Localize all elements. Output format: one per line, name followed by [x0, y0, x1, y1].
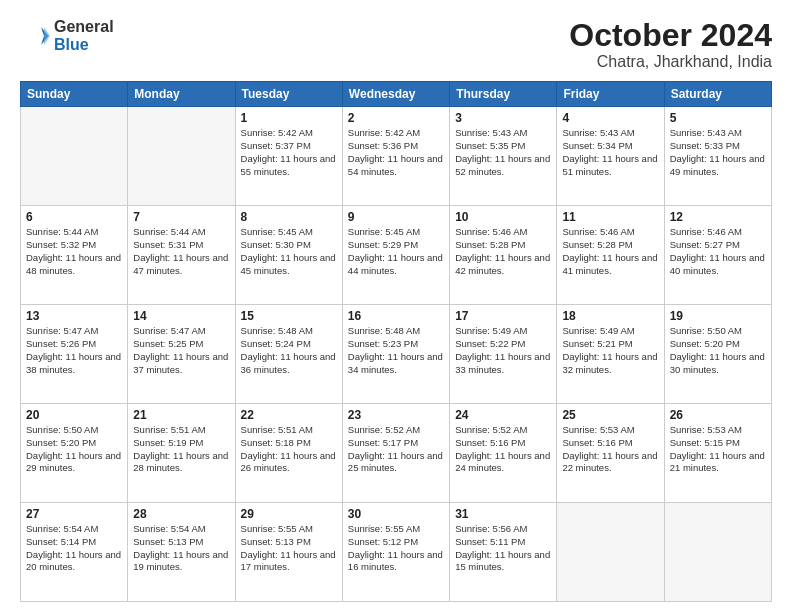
day-number: 24	[455, 408, 551, 422]
day-info: Sunrise: 5:46 AM Sunset: 5:28 PM Dayligh…	[455, 226, 551, 277]
col-thursday: Thursday	[450, 82, 557, 107]
calendar-body: 1Sunrise: 5:42 AM Sunset: 5:37 PM Daylig…	[21, 107, 772, 602]
subtitle: Chatra, Jharkhand, India	[569, 53, 772, 71]
calendar-table: Sunday Monday Tuesday Wednesday Thursday…	[20, 81, 772, 602]
day-info: Sunrise: 5:47 AM Sunset: 5:26 PM Dayligh…	[26, 325, 122, 376]
day-info: Sunrise: 5:42 AM Sunset: 5:36 PM Dayligh…	[348, 127, 444, 178]
calendar-cell: 2Sunrise: 5:42 AM Sunset: 5:36 PM Daylig…	[342, 107, 449, 206]
day-info: Sunrise: 5:47 AM Sunset: 5:25 PM Dayligh…	[133, 325, 229, 376]
col-saturday: Saturday	[664, 82, 771, 107]
day-number: 20	[26, 408, 122, 422]
calendar-cell	[128, 107, 235, 206]
day-info: Sunrise: 5:49 AM Sunset: 5:22 PM Dayligh…	[455, 325, 551, 376]
day-number: 29	[241, 507, 337, 521]
day-info: Sunrise: 5:50 AM Sunset: 5:20 PM Dayligh…	[670, 325, 766, 376]
day-info: Sunrise: 5:46 AM Sunset: 5:28 PM Dayligh…	[562, 226, 658, 277]
day-info: Sunrise: 5:55 AM Sunset: 5:13 PM Dayligh…	[241, 523, 337, 574]
calendar-cell: 5Sunrise: 5:43 AM Sunset: 5:33 PM Daylig…	[664, 107, 771, 206]
logo: General Blue	[20, 18, 114, 53]
col-tuesday: Tuesday	[235, 82, 342, 107]
calendar-cell: 14Sunrise: 5:47 AM Sunset: 5:25 PM Dayli…	[128, 305, 235, 404]
day-number: 1	[241, 111, 337, 125]
day-info: Sunrise: 5:54 AM Sunset: 5:13 PM Dayligh…	[133, 523, 229, 574]
calendar-cell: 28Sunrise: 5:54 AM Sunset: 5:13 PM Dayli…	[128, 503, 235, 602]
calendar-cell: 20Sunrise: 5:50 AM Sunset: 5:20 PM Dayli…	[21, 404, 128, 503]
calendar-cell: 15Sunrise: 5:48 AM Sunset: 5:24 PM Dayli…	[235, 305, 342, 404]
calendar-cell: 26Sunrise: 5:53 AM Sunset: 5:15 PM Dayli…	[664, 404, 771, 503]
day-info: Sunrise: 5:53 AM Sunset: 5:16 PM Dayligh…	[562, 424, 658, 475]
calendar-cell: 3Sunrise: 5:43 AM Sunset: 5:35 PM Daylig…	[450, 107, 557, 206]
day-info: Sunrise: 5:51 AM Sunset: 5:19 PM Dayligh…	[133, 424, 229, 475]
day-number: 2	[348, 111, 444, 125]
calendar-cell: 13Sunrise: 5:47 AM Sunset: 5:26 PM Dayli…	[21, 305, 128, 404]
day-number: 22	[241, 408, 337, 422]
logo-general: General	[54, 18, 114, 35]
day-number: 18	[562, 309, 658, 323]
day-info: Sunrise: 5:42 AM Sunset: 5:37 PM Dayligh…	[241, 127, 337, 178]
day-number: 23	[348, 408, 444, 422]
calendar-cell: 24Sunrise: 5:52 AM Sunset: 5:16 PM Dayli…	[450, 404, 557, 503]
day-number: 13	[26, 309, 122, 323]
page: General Blue October 2024 Chatra, Jharkh…	[0, 0, 792, 612]
day-info: Sunrise: 5:52 AM Sunset: 5:16 PM Dayligh…	[455, 424, 551, 475]
calendar-cell: 7Sunrise: 5:44 AM Sunset: 5:31 PM Daylig…	[128, 206, 235, 305]
calendar-cell: 10Sunrise: 5:46 AM Sunset: 5:28 PM Dayli…	[450, 206, 557, 305]
calendar-cell: 30Sunrise: 5:55 AM Sunset: 5:12 PM Dayli…	[342, 503, 449, 602]
day-number: 9	[348, 210, 444, 224]
day-info: Sunrise: 5:45 AM Sunset: 5:30 PM Dayligh…	[241, 226, 337, 277]
calendar-cell: 22Sunrise: 5:51 AM Sunset: 5:18 PM Dayli…	[235, 404, 342, 503]
calendar-cell: 4Sunrise: 5:43 AM Sunset: 5:34 PM Daylig…	[557, 107, 664, 206]
calendar-cell	[557, 503, 664, 602]
day-number: 6	[26, 210, 122, 224]
day-info: Sunrise: 5:55 AM Sunset: 5:12 PM Dayligh…	[348, 523, 444, 574]
header: General Blue October 2024 Chatra, Jharkh…	[20, 18, 772, 71]
col-wednesday: Wednesday	[342, 82, 449, 107]
col-friday: Friday	[557, 82, 664, 107]
day-number: 14	[133, 309, 229, 323]
calendar-cell: 25Sunrise: 5:53 AM Sunset: 5:16 PM Dayli…	[557, 404, 664, 503]
day-number: 12	[670, 210, 766, 224]
title-block: October 2024 Chatra, Jharkhand, India	[569, 18, 772, 71]
day-info: Sunrise: 5:53 AM Sunset: 5:15 PM Dayligh…	[670, 424, 766, 475]
day-number: 11	[562, 210, 658, 224]
day-info: Sunrise: 5:48 AM Sunset: 5:23 PM Dayligh…	[348, 325, 444, 376]
day-info: Sunrise: 5:51 AM Sunset: 5:18 PM Dayligh…	[241, 424, 337, 475]
header-row: Sunday Monday Tuesday Wednesday Thursday…	[21, 82, 772, 107]
calendar-cell: 27Sunrise: 5:54 AM Sunset: 5:14 PM Dayli…	[21, 503, 128, 602]
day-info: Sunrise: 5:44 AM Sunset: 5:32 PM Dayligh…	[26, 226, 122, 277]
day-info: Sunrise: 5:43 AM Sunset: 5:35 PM Dayligh…	[455, 127, 551, 178]
calendar-cell: 8Sunrise: 5:45 AM Sunset: 5:30 PM Daylig…	[235, 206, 342, 305]
calendar-week-2: 13Sunrise: 5:47 AM Sunset: 5:26 PM Dayli…	[21, 305, 772, 404]
day-number: 16	[348, 309, 444, 323]
calendar-cell: 6Sunrise: 5:44 AM Sunset: 5:32 PM Daylig…	[21, 206, 128, 305]
day-info: Sunrise: 5:45 AM Sunset: 5:29 PM Dayligh…	[348, 226, 444, 277]
main-title: October 2024	[569, 18, 772, 53]
day-number: 8	[241, 210, 337, 224]
calendar-week-0: 1Sunrise: 5:42 AM Sunset: 5:37 PM Daylig…	[21, 107, 772, 206]
calendar-cell: 12Sunrise: 5:46 AM Sunset: 5:27 PM Dayli…	[664, 206, 771, 305]
calendar-cell	[664, 503, 771, 602]
calendar-cell: 29Sunrise: 5:55 AM Sunset: 5:13 PM Dayli…	[235, 503, 342, 602]
day-number: 26	[670, 408, 766, 422]
calendar-cell: 1Sunrise: 5:42 AM Sunset: 5:37 PM Daylig…	[235, 107, 342, 206]
day-number: 30	[348, 507, 444, 521]
calendar-cell: 17Sunrise: 5:49 AM Sunset: 5:22 PM Dayli…	[450, 305, 557, 404]
day-info: Sunrise: 5:56 AM Sunset: 5:11 PM Dayligh…	[455, 523, 551, 574]
calendar-week-1: 6Sunrise: 5:44 AM Sunset: 5:32 PM Daylig…	[21, 206, 772, 305]
day-info: Sunrise: 5:48 AM Sunset: 5:24 PM Dayligh…	[241, 325, 337, 376]
day-info: Sunrise: 5:52 AM Sunset: 5:17 PM Dayligh…	[348, 424, 444, 475]
day-number: 17	[455, 309, 551, 323]
day-number: 3	[455, 111, 551, 125]
day-number: 19	[670, 309, 766, 323]
day-info: Sunrise: 5:50 AM Sunset: 5:20 PM Dayligh…	[26, 424, 122, 475]
calendar-week-4: 27Sunrise: 5:54 AM Sunset: 5:14 PM Dayli…	[21, 503, 772, 602]
col-sunday: Sunday	[21, 82, 128, 107]
day-number: 10	[455, 210, 551, 224]
logo-icon	[20, 21, 50, 51]
logo-text: General Blue	[54, 18, 114, 53]
day-info: Sunrise: 5:43 AM Sunset: 5:33 PM Dayligh…	[670, 127, 766, 178]
day-info: Sunrise: 5:44 AM Sunset: 5:31 PM Dayligh…	[133, 226, 229, 277]
day-number: 15	[241, 309, 337, 323]
logo-blue: Blue	[54, 36, 89, 53]
calendar-cell: 11Sunrise: 5:46 AM Sunset: 5:28 PM Dayli…	[557, 206, 664, 305]
